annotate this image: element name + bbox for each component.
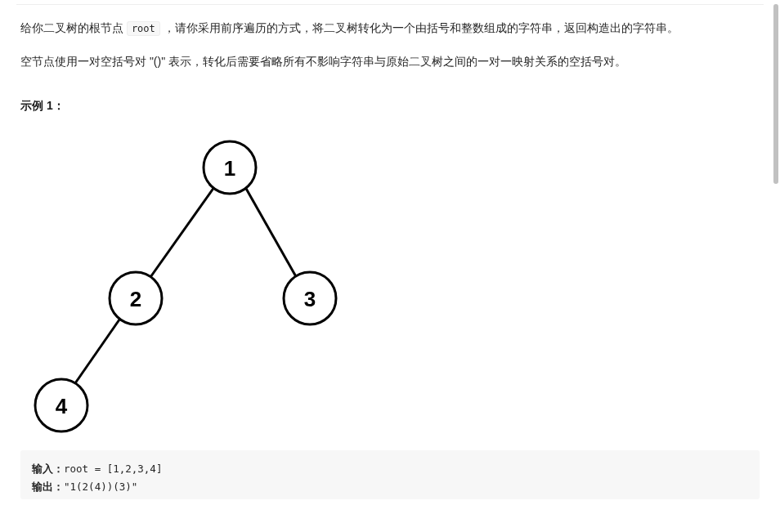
scrollbar-thumb[interactable] [773, 4, 778, 184]
divider [16, 4, 764, 5]
quote-parens: "()" [150, 55, 165, 68]
edge-1-3 [245, 187, 301, 285]
edge-2-4 [69, 311, 125, 391]
node-1-label: 1 [224, 156, 235, 181]
scrollbar[interactable] [773, 0, 778, 516]
inline-code-root: root [127, 21, 160, 36]
text: ，请你采用前序遍历的方式，将二叉树转化为一个由括号和整数组成的字符串，返回构造出… [160, 21, 679, 34]
text: 空节点使用一对空括号对 [20, 55, 150, 68]
output-line: 输出："1(2(4))(3)" [32, 478, 748, 497]
input-line: 输入：root = [1,2,3,4] [32, 460, 748, 479]
problem-paragraph-1: 给你二叉树的根节点 root ，请你采用前序遍历的方式，将二叉树转化为一个由括号… [20, 17, 760, 39]
example-heading: 示例 1： [20, 95, 760, 117]
text: 表示，转化后需要省略所有不影响字符串与原始二叉树之间的一对一映射关系的空括号对。 [165, 55, 626, 68]
tree-diagram: 1 2 3 4 [20, 132, 364, 442]
input-label: 输入： [32, 463, 64, 475]
node-2-label: 2 [130, 287, 141, 311]
output-label: 输出： [32, 481, 64, 493]
edge-1-2 [145, 187, 214, 285]
text: 给你二叉树的根节点 [20, 21, 127, 34]
problem-paragraph-2: 空节点使用一对空括号对 "()" 表示，转化后需要省略所有不影响字符串与原始二叉… [20, 51, 760, 73]
output-value: "1(2(4))(3)" [64, 481, 137, 493]
node-4-label: 4 [56, 394, 68, 418]
node-3-label: 3 [304, 287, 316, 311]
input-value: root = [1,2,3,4] [64, 463, 162, 475]
example-io-block: 输入：root = [1,2,3,4] 输出："1(2(4))(3)" [20, 450, 760, 499]
